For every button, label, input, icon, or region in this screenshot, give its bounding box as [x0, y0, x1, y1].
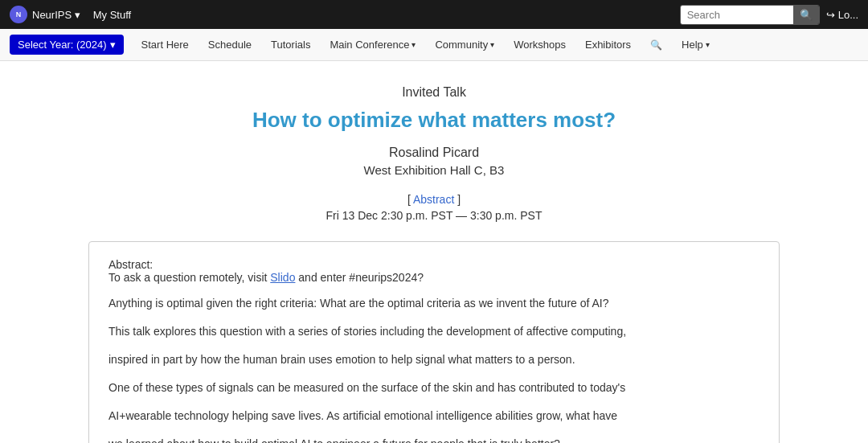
abstract-para-4: One of these types of signals can be mea… [108, 379, 760, 396]
chevron-down-icon: ▾ [110, 39, 116, 51]
nav-exhibitors[interactable]: Exhibitors [577, 32, 639, 57]
my-stuff-link[interactable]: My Stuff [93, 9, 131, 21]
main-content: Invited Talk How to optimize what matter… [72, 61, 796, 443]
nav-workshops[interactable]: Workshops [506, 32, 574, 57]
nav-help[interactable]: Help [674, 32, 718, 57]
nav-main-conference[interactable]: Main Conference [321, 32, 424, 57]
abstract-para-2: This talk explores this question with a … [108, 323, 760, 340]
nav-search-icon[interactable]: 🔍 [642, 33, 670, 57]
abstract-intro-text: To ask a question remotely, visit [108, 271, 270, 284]
slido-link[interactable]: Slido [270, 271, 295, 284]
abstract-intro-suffix: and enter #neurips2024? [295, 271, 424, 284]
nav-tutorials[interactable]: Tutorials [263, 32, 318, 57]
top-navbar: N NeurIPS ▾ My Stuff 🔍 ↪ Lo... [0, 0, 868, 29]
abstract-para-6: we learned about how to build optimal AI… [108, 436, 760, 443]
abstract-box: Abstract: To ask a question remotely, vi… [88, 241, 780, 443]
section-label: Invited Talk [88, 85, 780, 100]
bracket-open: [ [407, 193, 413, 206]
logo-area: N NeurIPS ▾ [10, 6, 80, 23]
location: West Exhibition Hall C, B3 [88, 163, 780, 177]
bracket-close: ] [454, 193, 461, 206]
abstract-intro-line: Abstract: To ask a question remotely, vi… [108, 258, 760, 284]
talk-title: How to optimize what matters most? [88, 108, 780, 133]
search-input[interactable] [681, 6, 793, 24]
neurips-dropdown[interactable]: NeurIPS ▾ [32, 9, 80, 21]
year-select-button[interactable]: Select Year: (2024) ▾ [10, 35, 124, 55]
top-nav-left: N NeurIPS ▾ My Stuff [10, 6, 131, 23]
nav-start-here[interactable]: Start Here [133, 32, 197, 57]
abstract-para-3: inspired in part by how the human brain … [108, 351, 760, 368]
search-button[interactable]: 🔍 [793, 6, 819, 24]
secondary-navbar: Select Year: (2024) ▾ Start Here Schedul… [0, 29, 868, 61]
abstract-link[interactable]: Abstract [413, 193, 454, 206]
abstract-para-1: Anything is optimal given the right crit… [108, 295, 760, 312]
abstract-para-5: AI+wearable technology helping save live… [108, 408, 760, 425]
login-icon: ↪ [826, 9, 835, 21]
abstract-label: Abstract: [108, 258, 153, 271]
time-slot: Fri 13 Dec 2:30 p.m. PST — 3:30 p.m. PST [88, 209, 780, 222]
nav-schedule[interactable]: Schedule [200, 32, 260, 57]
login-button[interactable]: ↪ Lo... [826, 9, 858, 21]
top-nav-right: 🔍 ↪ Lo... [680, 5, 858, 25]
search-box[interactable]: 🔍 [680, 5, 820, 25]
nav-community[interactable]: Community [427, 32, 502, 57]
speaker-name: Rosalind Picard [88, 146, 780, 160]
login-label[interactable]: Lo... [838, 9, 858, 21]
abstract-link-line: [ Abstract ] [88, 193, 780, 206]
neurips-logo-icon: N [10, 6, 27, 23]
